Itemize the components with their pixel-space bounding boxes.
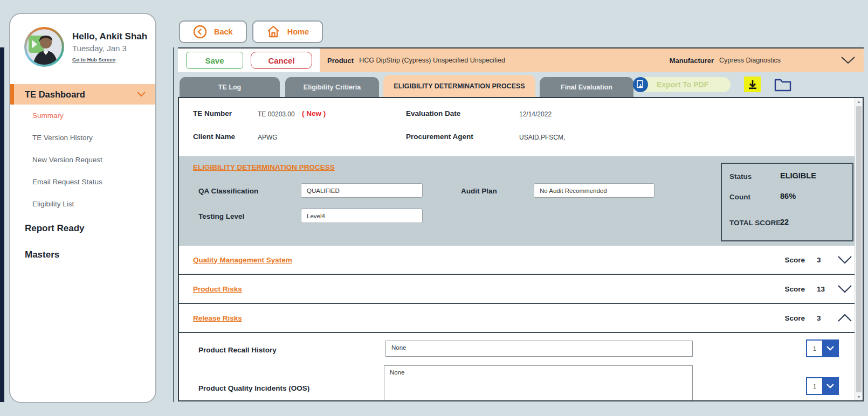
edp-heading-link[interactable]: ELIGIBILITY DETERMINATION PROCESS [193, 163, 335, 171]
qa-classification-label: QA Classification [198, 187, 258, 195]
download-button[interactable] [744, 77, 761, 92]
chevron-down-icon [137, 92, 146, 97]
total-score-label: TOTAL SCORE [729, 219, 781, 227]
product-risks-link[interactable]: Product Risks [193, 285, 242, 293]
tab-te-log[interactable]: TE Log [180, 77, 280, 97]
chevron-down-icon [826, 384, 834, 389]
cancel-button[interactable]: Cancel [251, 52, 312, 69]
date-text: Tuesday, Jan 3 [72, 44, 147, 53]
export-to-pdf-button[interactable]: Export To PDF [633, 77, 731, 92]
qa-classification-field[interactable]: QUALIFIED [301, 183, 423, 198]
quality-management-system-link[interactable]: Quality Management System [193, 256, 292, 264]
chevron-down-icon [837, 255, 852, 264]
expand-button[interactable] [837, 285, 852, 293]
audit-plan-field[interactable]: No Audit Recommended [534, 183, 655, 198]
score-label: Score [784, 256, 805, 264]
collapse-button[interactable] [837, 314, 852, 322]
back-button[interactable]: Back [179, 20, 247, 43]
chevron-down-icon [826, 346, 834, 351]
home-button[interactable]: Home [252, 20, 323, 43]
home-icon [266, 25, 280, 38]
tab-eligibility-criteria[interactable]: Eligibility Critieria [285, 77, 379, 97]
testing-level-field[interactable]: Level4 [301, 209, 423, 223]
save-button[interactable]: Save [186, 52, 243, 69]
release-risks-detail: Product Recall History None 1 Product Qu… [179, 333, 855, 400]
scroll-up-arrow[interactable]: ▲ [855, 100, 863, 103]
sidebar-divider [173, 47, 174, 402]
score-label: Score [784, 285, 805, 293]
sidebar-item-masters[interactable]: Masters [10, 241, 155, 268]
manufacturer-value: Cypress Diagnostics [719, 57, 781, 64]
evaluation-date-value: 12/14/2022 [519, 110, 552, 118]
open-folder-button[interactable] [774, 78, 791, 92]
eligibility-determination-panel: TE Number TE 00203.00 ( New ) Evaluation… [178, 97, 864, 401]
tab-tools: Export To PDF [633, 77, 791, 92]
home-label: Home [287, 27, 309, 36]
greeting-text: Hello, Ankit Shah [72, 31, 147, 42]
left-accent-bar [0, 47, 4, 402]
product-quality-incidents-label: Product Quality Incidents (OOS) [198, 384, 309, 392]
pdf-icon [633, 77, 648, 92]
procurement-agent-value: USAID,PFSCM, [519, 134, 565, 141]
action-row: Save Cancel Product HCG DipStrip (Cypres… [178, 47, 864, 72]
manufacturer-label: Manufacturer [670, 57, 714, 65]
folder-icon [774, 78, 791, 92]
accordion-row-quality-management-system: Quality Management System Score 3 [179, 246, 855, 275]
product-quality-incidents-score-select[interactable]: 1 [806, 377, 839, 395]
sidebar-item-new-version-request[interactable]: New Version Request [10, 149, 155, 171]
chevron-down-icon [837, 285, 852, 293]
selected-score: 1 [807, 378, 822, 394]
product-quality-incidents-field[interactable]: None [384, 365, 693, 401]
accordion-row-product-risks: Product Risks Score 13 [179, 275, 855, 304]
back-icon [193, 25, 207, 39]
product-bar: Product HCG DipStrip (Cypress) Unspecifi… [320, 48, 864, 72]
procurement-agent-label: Procurement Agent [406, 133, 473, 141]
count-value: 86% [780, 192, 796, 200]
app-window: Hello, Ankit Shah Tuesday, Jan 3 Go to H… [0, 0, 868, 416]
hub-screen-link[interactable]: Go to Hub Screen [72, 57, 147, 63]
product-value: HCG DipStrip (Cypress) Unspecified Unspe… [359, 57, 505, 64]
te-number-value: TE 00203.00 [258, 110, 295, 118]
score-accordion: Quality Management System Score 3 Produc… [179, 246, 855, 333]
sidebar-item-summary[interactable]: Summary [10, 105, 155, 127]
profile-text: Hello, Ankit Shah Tuesday, Jan 3 Go to H… [72, 31, 147, 63]
score-value: 3 [817, 314, 833, 322]
sidebar-item-eligibility-list[interactable]: Eligibility List [10, 193, 155, 215]
sidebar-item-report-ready[interactable]: Report Ready [10, 215, 155, 241]
accordion-row-release-risks: Release Risks Score 3 [179, 304, 855, 333]
scroll-down-arrow[interactable]: ▼ [855, 395, 863, 399]
tab-final-evaluation[interactable]: Final Evaluation [540, 77, 633, 97]
nav-row: Back Home [179, 20, 323, 43]
testing-level-label: Testing Level [198, 212, 244, 220]
count-label: Count [729, 193, 750, 201]
sidebar-item-te-dashboard[interactable]: TE Dashboard [10, 84, 155, 105]
score-value: 13 [817, 285, 833, 293]
tab-eligibility-determination-process[interactable]: ELIGIBILITY DETERMINATION PROCESS [383, 75, 535, 97]
product-recall-history-score-select[interactable]: 1 [806, 339, 839, 357]
client-name-label: Client Name [193, 133, 235, 141]
new-flag: ( New ) [302, 109, 326, 117]
vertical-scrollbar[interactable]: ▲ ▼ [855, 98, 863, 400]
chevron-down-icon [841, 57, 855, 64]
expand-button[interactable] [837, 255, 852, 264]
sidebar-item-te-version-history[interactable]: TE Version History [10, 127, 155, 149]
panel-content: TE Number TE 00203.00 ( New ) Evaluation… [179, 98, 855, 400]
back-label: Back [214, 27, 233, 36]
score-label: Score [784, 314, 805, 322]
audit-plan-label: Audit Plan [461, 187, 497, 195]
sidebar-item-email-request-status[interactable]: Email Request Status [10, 171, 155, 193]
te-number-label: TE Number [193, 109, 232, 117]
total-score-value: 22 [780, 218, 789, 226]
release-risks-link[interactable]: Release Risks [193, 314, 242, 322]
dropdown-button[interactable] [822, 341, 838, 356]
sidebar: Hello, Ankit Shah Tuesday, Jan 3 Go to H… [9, 13, 156, 403]
status-value: ELIGIBLE [780, 171, 816, 180]
dropdown-button[interactable] [822, 378, 838, 394]
score-value: 3 [817, 256, 833, 264]
tab-bar: TE Log Eligibility Critieria ELIGIBILITY… [178, 73, 864, 97]
product-recall-history-field[interactable]: None [385, 341, 693, 357]
scrollbar-thumb[interactable] [856, 106, 862, 392]
product-bar-expand-button[interactable] [841, 57, 855, 64]
te-dashboard-label: TE Dashboard [25, 89, 85, 100]
evaluation-date-label: Evaluation Date [406, 109, 460, 117]
